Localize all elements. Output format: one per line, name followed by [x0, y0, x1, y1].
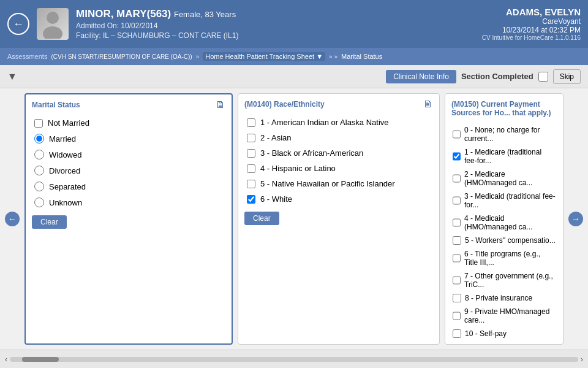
right-nav: → — [568, 93, 583, 345]
separated-label: Separated — [49, 182, 86, 191]
p7-label: 7 - Other government (e.g., TriC... — [464, 272, 556, 289]
p3-label: 3 - Medicaid (traditional fee-for... — [464, 192, 556, 209]
payment-p9[interactable]: 9 - Private HMO/managed care... — [451, 305, 557, 327]
marital-status-panel: Marital Status 🗎 Not Married Married Wid… — [24, 93, 233, 345]
marital-widowed[interactable]: Widowed — [32, 147, 225, 163]
patient-facility: Facility: IL – SCHAUMBURG – CONT CARE (I… — [76, 31, 482, 40]
race-r6[interactable]: 6 - White — [244, 191, 433, 207]
toolbar-left: ▼ — [7, 71, 17, 82]
prev-page-button[interactable]: ← — [5, 212, 20, 226]
payment-p6[interactable]: 6 - Title programs (e.g., Title III,... — [451, 247, 557, 269]
patient-admitted: Admitted On: 10/02/2014 — [76, 21, 482, 30]
payment-p4[interactable]: 4 - Medicaid (HMO/managed ca... — [451, 212, 557, 234]
scroll-right-arrow[interactable]: › — [581, 355, 583, 364]
panels-container: Marital Status 🗎 Not Married Married Wid… — [24, 93, 564, 345]
r5-checkbox[interactable] — [247, 180, 255, 188]
marital-not-married[interactable]: Not Married — [32, 115, 225, 131]
payment-p10[interactable]: 10 - Self-pay — [451, 327, 557, 340]
p7-checkbox[interactable] — [453, 276, 461, 285]
svg-point-0 — [47, 12, 59, 24]
race-r2[interactable]: 2 - Asian — [244, 130, 433, 145]
widowed-radio[interactable] — [34, 150, 44, 159]
avatar-image — [37, 8, 69, 40]
race-copy-icon[interactable]: 🗎 — [423, 99, 433, 110]
r2-checkbox[interactable] — [247, 134, 255, 142]
divorced-radio[interactable] — [34, 166, 44, 175]
clinical-note-button[interactable]: Clinical Note Info — [386, 70, 456, 83]
p1-label: 1 - Medicare (traditional fee-for... — [464, 148, 556, 165]
race-r5[interactable]: 5 - Native Hawaiian or Pacific Islander — [244, 176, 433, 191]
patient-gender-age: Female, 83 Years — [174, 10, 236, 19]
r1-checkbox[interactable] — [247, 118, 255, 127]
p0-checkbox[interactable] — [453, 130, 461, 139]
r1-label: 1 - American Indian or Alaska Native — [260, 118, 389, 127]
scrollbar-area: ‹ › — [0, 350, 588, 368]
unknown-radio[interactable] — [34, 197, 44, 207]
p2-label: 2 - Medicare (HMO/managed ca... — [464, 170, 556, 187]
p6-checkbox[interactable] — [453, 254, 461, 263]
payment-p1[interactable]: 1 - Medicare (traditional fee-for... — [451, 145, 557, 167]
scroll-left-arrow[interactable]: ‹ — [5, 355, 7, 364]
not-married-checkbox[interactable] — [34, 119, 43, 128]
payment-p2[interactable]: 2 - Medicare (HMO/managed ca... — [451, 167, 557, 190]
p4-checkbox[interactable] — [453, 218, 461, 227]
p1-checkbox[interactable] — [453, 152, 461, 161]
p10-label: 10 - Self-pay — [465, 329, 507, 338]
r4-label: 4 - Hispanic or Latino — [260, 164, 336, 173]
payment-sources-title: (M0150) Current Payment Sources for Ho..… — [451, 100, 557, 117]
user-info: ADAMS, EVELYN CareVoyant 10/23/2014 at 0… — [482, 7, 581, 41]
race-r1[interactable]: 1 - American Indian or Alaska Native — [244, 115, 433, 130]
unknown-label: Unknown — [49, 198, 82, 207]
main-content: ← Marital Status 🗎 Not Married Married W… — [0, 88, 588, 350]
patient-name: MINOR, MARY(563) Female, 83 Years — [76, 8, 482, 20]
race-ethnicity-title: (M0140) Race/Ethnicity — [244, 100, 433, 109]
p8-checkbox[interactable] — [453, 294, 461, 302]
r3-checkbox[interactable] — [247, 149, 255, 158]
scroll-thumb — [22, 357, 59, 362]
payment-sources-panel: (M0150) Current Payment Sources for Ho..… — [445, 93, 564, 345]
dropdown-caret-icon[interactable]: ▼ — [7, 71, 17, 82]
p10-checkbox[interactable] — [453, 329, 461, 338]
toolbar-right: Clinical Note Info Section Completed Ski… — [386, 69, 581, 84]
toolbar: ▼ Clinical Note Info Section Completed S… — [0, 65, 588, 88]
separated-radio[interactable] — [34, 182, 44, 191]
breadcrumb-tracking[interactable]: Home Health Patient Tracking Sheet ▼ — [203, 52, 325, 61]
p5-label: 5 - Workers'' compensatio... — [465, 236, 556, 245]
next-page-button[interactable]: → — [568, 212, 583, 226]
r2-label: 2 - Asian — [260, 133, 292, 142]
patient-info: MINOR, MARY(563) Female, 83 Years Admitt… — [76, 8, 482, 40]
cv-version: CV Intuitive for HomeCare 1.1.0.116 — [482, 34, 581, 41]
marital-divorced[interactable]: Divorced — [32, 163, 225, 178]
payment-p5[interactable]: 5 - Workers'' compensatio... — [451, 234, 557, 247]
breadcrumb-assessments[interactable]: Assessments — [7, 53, 47, 60]
race-clear-button[interactable]: Clear — [244, 212, 279, 225]
copy-icon[interactable]: 🗎 — [216, 99, 225, 110]
race-r3[interactable]: 3 - Black or African-American — [244, 145, 433, 161]
scroll-track[interactable] — [10, 357, 578, 362]
married-radio[interactable] — [34, 134, 44, 144]
marital-clear-button[interactable]: Clear — [32, 215, 67, 229]
p2-checkbox[interactable] — [453, 174, 461, 183]
race-ethnicity-panel: (M0140) Race/Ethnicity 🗎 1 - American In… — [238, 93, 440, 345]
payment-p3[interactable]: 3 - Medicaid (traditional fee-for... — [451, 190, 557, 212]
p8-label: 8 - Private insurance — [465, 294, 532, 302]
section-completed-checkbox[interactable] — [538, 72, 548, 82]
marital-unknown[interactable]: Unknown — [32, 194, 225, 210]
widowed-label: Widowed — [49, 150, 81, 159]
back-button[interactable]: ← — [7, 13, 29, 35]
p3-checkbox[interactable] — [453, 196, 461, 205]
race-r4[interactable]: 4 - Hispanic or Latino — [244, 161, 433, 176]
marital-separated[interactable]: Separated — [32, 178, 225, 194]
payment-p7[interactable]: 7 - Other government (e.g., TriC... — [451, 269, 557, 291]
r4-checkbox[interactable] — [247, 164, 255, 173]
skip-button[interactable]: Skip — [553, 69, 581, 84]
marital-married[interactable]: Married — [32, 131, 225, 147]
payment-p8[interactable]: 8 - Private insurance — [451, 291, 557, 305]
p9-checkbox[interactable] — [453, 312, 461, 320]
p5-checkbox[interactable] — [453, 236, 461, 245]
svg-point-1 — [43, 26, 62, 39]
r6-checkbox[interactable] — [247, 195, 255, 204]
breadcrumb-current: Marital Status — [341, 53, 382, 60]
payment-p0[interactable]: 0 - None; no charge for current... — [451, 123, 557, 145]
left-nav: ← — [5, 93, 20, 345]
